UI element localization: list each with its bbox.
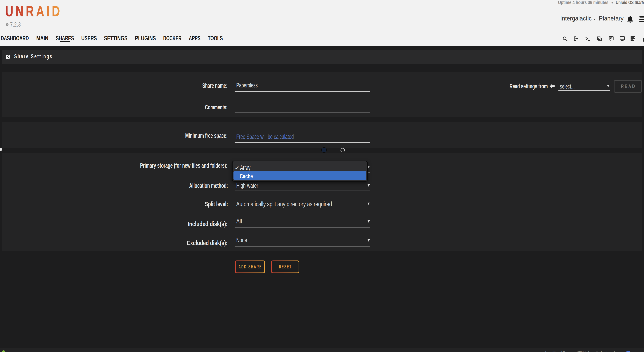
svg-text:UNRAID: UNRAID xyxy=(5,3,62,19)
